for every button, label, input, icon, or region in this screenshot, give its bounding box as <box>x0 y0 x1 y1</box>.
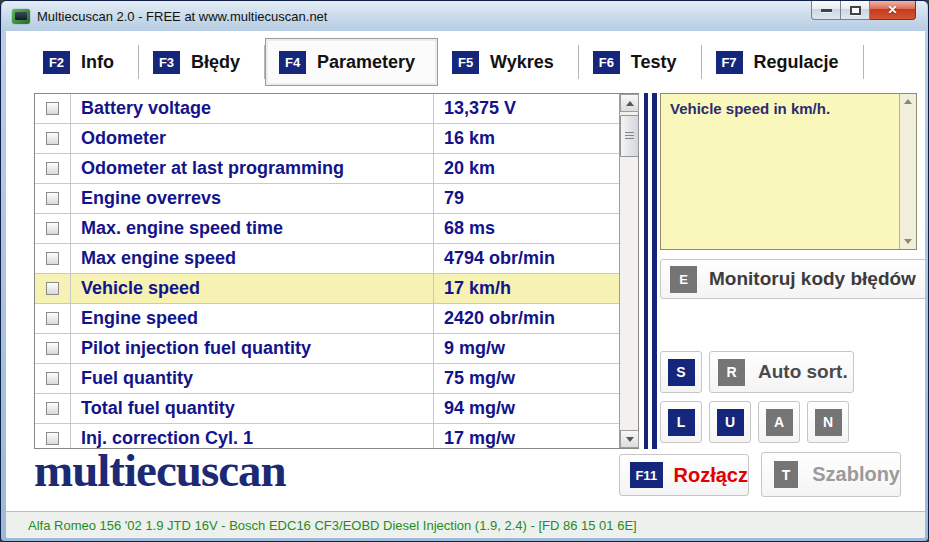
parameter-row[interactable]: Odometer16 km <box>35 124 619 154</box>
load-button[interactable]: L <box>660 401 702 443</box>
checkbox-cell <box>35 334 71 363</box>
checkbox-cell <box>35 124 71 153</box>
row-checkbox[interactable] <box>46 162 59 175</box>
checkbox-cell <box>35 364 71 393</box>
tab-parametery[interactable]: F4Parametery <box>265 38 438 86</box>
tab-testy[interactable]: F6Testy <box>579 45 702 79</box>
info-scroll-down-button[interactable] <box>900 234 915 249</box>
fkey-badge: F7 <box>716 51 743 74</box>
parameter-name: Battery voltage <box>81 98 211 119</box>
parameter-name: Odometer at last programming <box>81 158 344 179</box>
row-checkbox[interactable] <box>46 312 59 325</box>
scrollbar-thumb[interactable] <box>620 115 639 157</box>
scroll-down-button[interactable] <box>620 430 639 448</box>
parameter-row[interactable]: Max engine speed4794 obr/min <box>35 244 619 274</box>
key-badge-e: E <box>670 266 697 293</box>
table-scrollbar[interactable] <box>619 94 638 448</box>
parameter-row[interactable]: Vehicle speed17 km/h <box>35 274 619 304</box>
disconnect-button[interactable]: F11 Rozłącz <box>619 454 749 496</box>
parameter-value: 20 km <box>434 158 619 179</box>
checkbox-cell <box>35 304 71 333</box>
parameter-name-cell: Vehicle speed <box>71 274 434 303</box>
fkey-badge: F6 <box>593 51 620 74</box>
parameter-name: Vehicle speed <box>81 278 200 299</box>
multiecuscan-logo: multiecuscan <box>34 443 286 497</box>
parameter-row[interactable]: Battery voltage13,375 V <box>35 94 619 124</box>
row-checkbox[interactable] <box>46 282 59 295</box>
parameter-rows: Battery voltage13,375 VOdometer16 kmOdom… <box>35 94 619 448</box>
row-checkbox[interactable] <box>46 132 59 145</box>
scroll-up-button[interactable] <box>620 94 639 112</box>
checkbox-cell <box>35 184 71 213</box>
row-checkbox[interactable] <box>46 252 59 265</box>
parameter-value: 9 mg/w <box>434 338 619 359</box>
tab-label: Testy <box>631 52 677 73</box>
vehicle-status-text: Alfa Romeo 156 '02 1.9 JTD 16V - Bosch E… <box>28 518 637 533</box>
window-title: Multiecuscan 2.0 - FREE at www.multiecus… <box>37 9 327 24</box>
arrow-down-icon <box>626 437 634 442</box>
parameter-row[interactable]: Odometer at last programming20 km <box>35 154 619 184</box>
parameter-value: 4794 obr/min <box>434 248 619 269</box>
tab-bar: F2InfoF3BłędyF4ParameteryF5WykresF6Testy… <box>29 37 864 87</box>
parameter-row[interactable]: Engine overrevs79 <box>35 184 619 214</box>
auto-sort-button[interactable]: R Auto sort. <box>709 351 854 393</box>
fkey-badge: F5 <box>452 51 479 74</box>
parameter-row[interactable]: Total fuel quantity94 mg/w <box>35 394 619 424</box>
close-button[interactable]: ✕ <box>870 1 916 20</box>
tab-label: Regulacje <box>754 52 839 73</box>
parameter-value: 68 ms <box>434 218 619 239</box>
fkey-badge: F4 <box>279 51 306 74</box>
checkbox-cell <box>35 394 71 423</box>
tab-regulacje[interactable]: F7Regulacje <box>702 45 864 79</box>
info-scroll-up-button[interactable] <box>900 94 915 109</box>
parameter-row[interactable]: Pilot injection fuel quantity9 mg/w <box>35 334 619 364</box>
tab-info[interactable]: F2Info <box>29 45 139 79</box>
arrow-up-icon <box>904 99 912 104</box>
fkey-badge: F3 <box>153 51 180 74</box>
parameter-value: 16 km <box>434 128 619 149</box>
parameter-name: Engine speed <box>81 308 198 329</box>
row-checkbox[interactable] <box>46 192 59 205</box>
tab-błędy[interactable]: F3Błędy <box>139 45 265 79</box>
select-all-button[interactable]: A <box>758 401 800 443</box>
sort-button[interactable]: S <box>660 351 702 393</box>
parameter-name: Fuel quantity <box>81 368 193 389</box>
row-checkbox[interactable] <box>46 372 59 385</box>
row-checkbox[interactable] <box>46 102 59 115</box>
monitor-error-codes-button[interactable]: E Monitoruj kody błędów <box>660 259 925 299</box>
maximize-button[interactable] <box>841 1 870 20</box>
info-box-scrollbar[interactable] <box>899 94 916 249</box>
parameter-name: Engine overrevs <box>81 188 221 209</box>
checkbox-cell <box>35 274 71 303</box>
select-none-button[interactable]: N <box>807 401 849 443</box>
row-checkbox[interactable] <box>46 402 59 415</box>
tab-label: Błędy <box>191 52 240 73</box>
parameter-name-cell: Engine overrevs <box>71 184 434 213</box>
tab-label: Parametery <box>317 52 415 73</box>
key-badge-s: S <box>668 359 695 386</box>
tab-label: Wykres <box>490 52 554 73</box>
maximize-icon <box>850 6 861 15</box>
parameter-name-cell: Fuel quantity <box>71 364 434 393</box>
checkbox-cell <box>35 214 71 243</box>
checkbox-cell <box>35 94 71 123</box>
arrow-down-icon <box>904 239 912 244</box>
templates-button[interactable]: T Szablony <box>761 452 901 497</box>
row-checkbox[interactable] <box>46 222 59 235</box>
parameter-value: 17 km/h <box>434 278 619 299</box>
parameter-name: Total fuel quantity <box>81 398 235 419</box>
parameter-row[interactable]: Max. engine speed time68 ms <box>35 214 619 244</box>
row-checkbox[interactable] <box>46 342 59 355</box>
minimize-button[interactable] <box>811 1 841 20</box>
parameter-row[interactable]: Fuel quantity75 mg/w <box>35 364 619 394</box>
tab-wykres[interactable]: F5Wykres <box>438 45 579 79</box>
panel-splitter[interactable] <box>644 93 657 449</box>
key-badge-r: R <box>718 359 745 386</box>
main-content: F2InfoF3BłędyF4ParameteryF5WykresF6Testy… <box>6 31 925 538</box>
parameter-table: Battery voltage13,375 VOdometer16 kmOdom… <box>34 93 639 449</box>
parameter-row[interactable]: Engine speed2420 obr/min <box>35 304 619 334</box>
templates-label: Szablony <box>812 463 900 486</box>
disconnect-label: Rozłącz <box>674 464 748 487</box>
unload-button[interactable]: U <box>709 401 751 443</box>
parameter-name: Max engine speed <box>81 248 236 269</box>
